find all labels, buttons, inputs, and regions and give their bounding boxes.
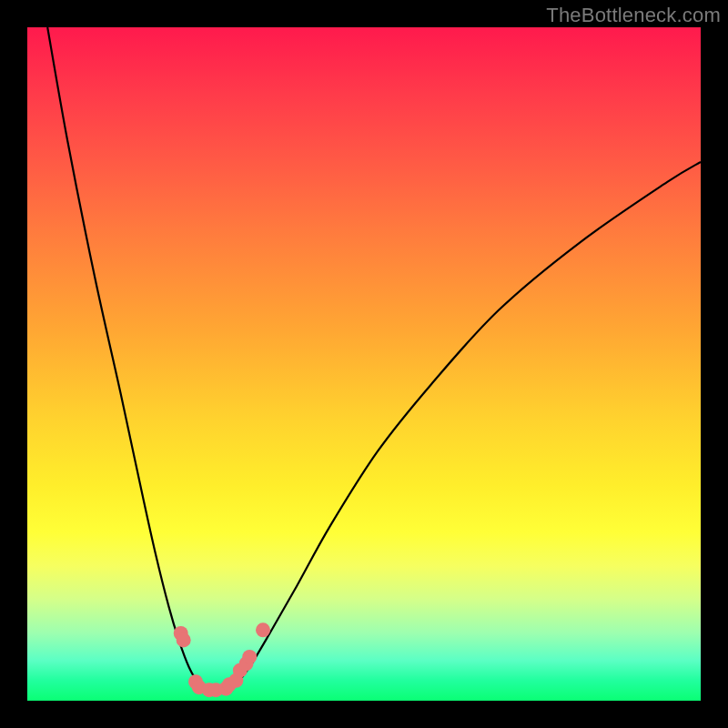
data-point (242, 650, 257, 664)
data-point (256, 622, 270, 637)
watermark-text: TheBottleneck.com (546, 4, 721, 27)
data-points (174, 622, 270, 697)
bottleneck-chart (27, 27, 701, 701)
data-point (177, 632, 191, 647)
bottleneck-curve (47, 27, 701, 692)
